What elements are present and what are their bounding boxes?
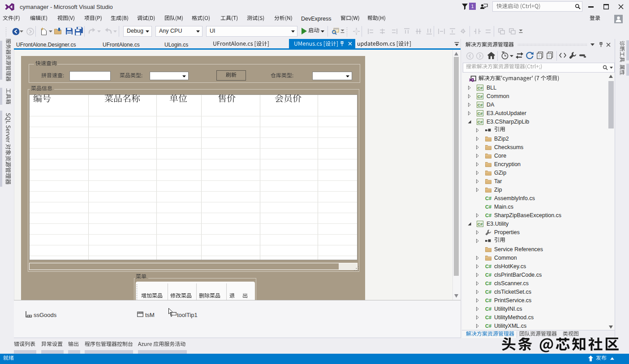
- svg-text:C#: C#: [478, 120, 483, 124]
- svg-text:C#: C#: [485, 281, 491, 286]
- svg-text:C#: C#: [478, 111, 483, 116]
- svg-text:C#: C#: [485, 315, 491, 320]
- svg-text:C#: C#: [485, 196, 491, 201]
- svg-text:C#: C#: [478, 86, 483, 90]
- svg-text:C#: C#: [485, 264, 491, 269]
- svg-text:C#: C#: [485, 323, 491, 329]
- svg-text:C#: C#: [478, 103, 483, 107]
- svg-text:C#: C#: [485, 289, 491, 295]
- svg-text:C#: C#: [485, 204, 491, 210]
- svg-text:C#: C#: [485, 272, 491, 278]
- svg-text:C#: C#: [478, 222, 483, 227]
- svg-text:C#: C#: [485, 298, 491, 303]
- svg-text:C#: C#: [485, 213, 491, 218]
- svg-text:C#: C#: [478, 94, 483, 99]
- svg-text:C#: C#: [485, 306, 491, 312]
